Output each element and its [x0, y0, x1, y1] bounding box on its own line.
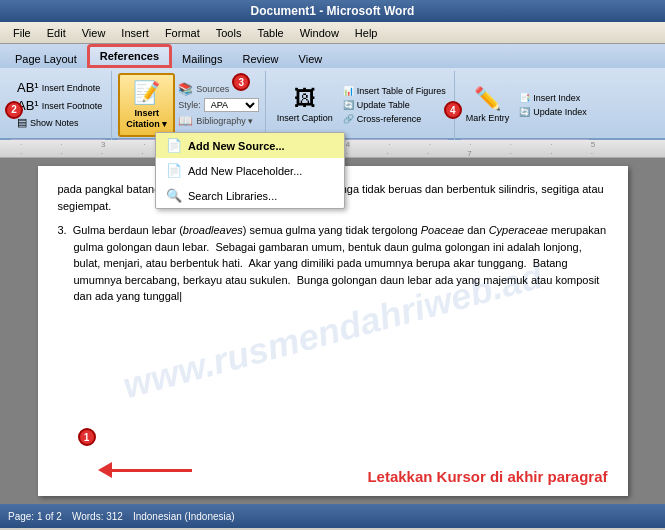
language: Indonesian (Indonesia)	[133, 511, 235, 522]
insert-footnote-label: Insert Footnote	[42, 101, 103, 111]
citation-dropdown-menu: 📄 Add New Source... 📄 Add New Placeholde…	[155, 132, 345, 209]
insert-citation-button[interactable]: 📝 InsertCitation ▾	[118, 73, 175, 137]
menu-table[interactable]: Table	[249, 25, 291, 41]
tab-mailings[interactable]: Mailings	[172, 50, 232, 68]
status-bar: Page: 1 of 2 Words: 312 Indonesian (Indo…	[0, 504, 665, 528]
table-figures-icon: 📊	[343, 86, 354, 96]
badge-1: 1	[78, 428, 96, 446]
broadleaves-italic: broadleaves	[183, 224, 243, 236]
style-label: Style:	[178, 100, 201, 110]
menu-window[interactable]: Window	[292, 25, 347, 41]
bibliography-icon: 📖	[178, 114, 193, 128]
menu-edit[interactable]: Edit	[39, 25, 74, 41]
mark-entry-button[interactable]: ✏️ Mark Entry	[461, 83, 515, 126]
annotation-text: Letakkan Kursor di akhir paragraf	[367, 467, 607, 487]
caption-icon: 🖼	[294, 86, 316, 112]
search-libraries-label: Search Libraries...	[188, 190, 277, 202]
ribbon-tab-bar: Page Layout References Mailings Review V…	[0, 44, 665, 68]
doc-paragraph-2: 3. Gulma berdaun lebar (broadleaves) sem…	[58, 222, 608, 305]
add-new-placeholder-item[interactable]: 📄 Add New Placeholder...	[156, 158, 344, 183]
update-index-label: Update Index	[533, 107, 587, 117]
index-group-content: ✏️ Mark Entry 📑 Insert Index 🔄 Update In…	[461, 73, 589, 137]
sources-icon: 📚	[178, 82, 193, 96]
document-area: www.rusmendahriweb.ad pada pangkal batan…	[0, 158, 665, 504]
search-icon: 🔍	[166, 188, 182, 203]
menu-help[interactable]: Help	[347, 25, 386, 41]
tab-references[interactable]: References	[87, 44, 172, 68]
show-notes-label: Show Notes	[30, 118, 79, 128]
tab-review[interactable]: Review	[232, 50, 288, 68]
poaceae-italic: Poaceae	[421, 224, 464, 236]
word-count: Words: 312	[72, 511, 123, 522]
cross-reference-button[interactable]: 🔗 Cross-reference	[341, 113, 448, 125]
arrow-head	[98, 462, 112, 478]
ribbon: Page Layout References Mailings Review V…	[0, 44, 665, 140]
add-new-placeholder-label: Add New Placeholder...	[188, 165, 302, 177]
cross-ref-icon: 🔗	[343, 114, 354, 124]
bibliography-label[interactable]: Bibliography ▾	[196, 116, 253, 126]
index-col: 📑 Insert Index 🔄 Update Index	[517, 92, 589, 118]
insert-caption-button[interactable]: 🖼 Insert Caption	[272, 83, 338, 126]
menu-bar: File Edit View Insert Format Tools Table…	[0, 22, 665, 44]
captions-col: 📊 Insert Table of Figures 🔄 Update Table…	[341, 85, 448, 125]
add-new-source-item[interactable]: 📄 Add New Source...	[156, 133, 344, 158]
footnotes-buttons: AB¹ Insert Endnote AB¹ Insert Footnote ▤…	[14, 79, 105, 130]
arrow-line	[112, 469, 192, 472]
footnotes-group-content: 2 AB¹ Insert Endnote AB¹ Insert Footnote…	[11, 73, 105, 137]
update-table-icon: 🔄	[343, 100, 354, 110]
menu-insert[interactable]: Insert	[113, 25, 157, 41]
insert-index-icon: 📑	[519, 93, 530, 103]
menu-view[interactable]: View	[74, 25, 114, 41]
style-select[interactable]: APA MLA Chicago	[204, 98, 259, 112]
mark-entry-icon: ✏️	[474, 86, 501, 112]
mark-entry-label: Mark Entry	[466, 113, 510, 124]
add-new-source-label: Add New Source...	[188, 140, 285, 152]
badge-4: 4	[444, 101, 462, 119]
insert-endnote-label: Insert Endnote	[42, 83, 101, 93]
update-index-button[interactable]: 🔄 Update Index	[517, 106, 589, 118]
menu-tools[interactable]: Tools	[208, 25, 250, 41]
insert-table-figures-label: Insert Table of Figures	[357, 86, 446, 96]
page-count: Page: 1 of 2	[8, 511, 62, 522]
arrow-annotation	[98, 462, 192, 478]
insert-index-button[interactable]: 📑 Insert Index	[517, 92, 589, 104]
update-index-icon: 🔄	[519, 107, 530, 117]
add-source-icon: 📄	[166, 138, 182, 153]
insert-endnote-button[interactable]: AB¹ Insert Endnote	[14, 79, 105, 96]
insert-footnote-button[interactable]: AB¹ Insert Footnote	[14, 97, 105, 114]
document-page[interactable]: www.rusmendahriweb.ad pada pangkal batan…	[38, 166, 628, 496]
badge-2: 2	[5, 101, 23, 119]
show-notes-button[interactable]: ▤ Show Notes	[14, 115, 105, 130]
cyperaceae-italic: Cyperaceae	[489, 224, 548, 236]
cross-reference-label: Cross-reference	[357, 114, 422, 124]
citation-icon: 📝	[133, 79, 160, 108]
menu-format[interactable]: Format	[157, 25, 208, 41]
doc-badge-1: 1	[78, 428, 96, 446]
insert-table-of-figures-button[interactable]: 📊 Insert Table of Figures	[341, 85, 448, 97]
captions-group-content: 🖼 Insert Caption 📊 Insert Table of Figur…	[272, 73, 448, 137]
title-text: Document1 - Microsoft Word	[251, 4, 415, 18]
update-table-label: Update Table	[357, 100, 410, 110]
insert-caption-label: Insert Caption	[277, 113, 333, 124]
insert-citation-label: InsertCitation ▾	[126, 108, 167, 131]
endnote-icon: AB¹	[17, 80, 39, 95]
update-table-button[interactable]: 🔄 Update Table	[341, 99, 448, 111]
menu-file[interactable]: File	[5, 25, 39, 41]
tab-page-layout[interactable]: Page Layout	[5, 50, 87, 68]
insert-index-label: Insert Index	[533, 93, 580, 103]
title-bar: Document1 - Microsoft Word	[0, 0, 665, 22]
search-libraries-item[interactable]: 🔍 Search Libraries...	[156, 183, 344, 208]
style-row: Style: APA MLA Chicago	[178, 98, 259, 112]
tab-view[interactable]: View	[289, 50, 333, 68]
bibliography-row: 📖 Bibliography ▾	[178, 114, 259, 128]
shownotes-icon: ▤	[17, 116, 27, 129]
manage-sources-label[interactable]: Sources	[196, 84, 229, 94]
placeholder-icon: 📄	[166, 163, 182, 178]
